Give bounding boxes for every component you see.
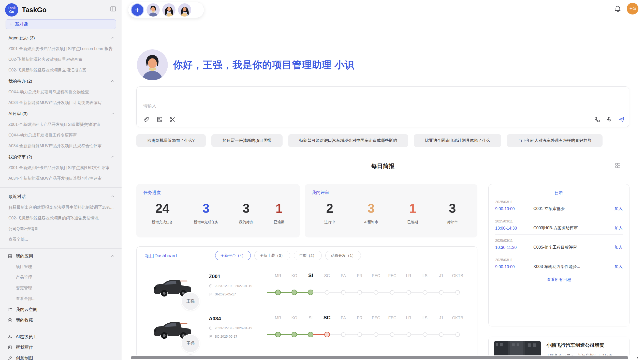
chevron-up-icon [110, 79, 115, 83]
dashboard-filter-tab[interactable]: 全新平台（4） [215, 251, 251, 260]
agent-avatar-2[interactable] [162, 3, 175, 17]
milestone-label: KO [291, 316, 297, 320]
view-all-chats-link[interactable]: 查看全部... [0, 234, 122, 245]
sidebar-item[interactable]: A034-全新新能源MUV产品开发项目造型可行性评审 [0, 173, 122, 184]
sidebar-section-header[interactable]: 我的待办 (2) [0, 76, 122, 87]
schedule-name: C005-整车工程目标评审 [533, 245, 612, 250]
milestone-dot [324, 332, 330, 337]
phone-icon[interactable] [594, 116, 601, 123]
sidebar-item[interactable]: Z001-全新燃油轻卡产品开发项目SI节点属性5D文件评审 [0, 162, 122, 173]
milestone-dot [275, 290, 281, 295]
stat-value: 3 [202, 201, 210, 216]
sidebar-tool[interactable]: 帮我写作 [0, 342, 122, 353]
recent-chat-item[interactable]: C02-飞腾新能源轻客改款项目的闭环通告反馈情况 [0, 213, 122, 223]
schedule-item: 2025/03/119:00-10:00X003-车辆动力学性能验...加入 [495, 254, 623, 273]
view-all-apps-link[interactable]: 查看全部... [0, 293, 122, 304]
stat-value: 3 [243, 201, 250, 216]
milestone-dot [455, 332, 460, 337]
sidebar-link[interactable]: 我的云空间 [0, 304, 122, 315]
layout-grid-icon[interactable] [614, 162, 621, 169]
join-link[interactable]: 加入 [614, 226, 623, 231]
recent-chat-item[interactable]: 解释最新出台的欧盟报废车法规再生塑料比例被调至15%... [0, 202, 122, 213]
send-icon[interactable] [618, 116, 625, 123]
date-range: 2023-12-19 ~ 2027-01-19 [215, 284, 252, 288]
recent-chat-item[interactable]: 公司Q3轻卡销量 [0, 223, 122, 234]
chevron-up-icon [110, 36, 115, 40]
attachment-icon[interactable] [143, 116, 150, 123]
sidebar-tool[interactable]: AI超级员工 [0, 331, 122, 342]
project-owner-badge: 王强 [181, 334, 200, 353]
view-all-schedule-link[interactable]: 查看所有日程 [495, 277, 623, 282]
app-item[interactable]: 产品管理 [0, 272, 122, 283]
project-dates: 2023-12-19 ~ 2026-01-19 [209, 326, 252, 330]
sidebar-section-header[interactable]: Agent已办 (3) [0, 32, 122, 43]
agent-avatar-1[interactable] [147, 3, 160, 17]
sidebar-item[interactable]: C0X4-动力总成开发项目SI里程碑提交物检查 [0, 87, 122, 97]
sidebar-item[interactable]: Z001-全新燃油轻卡产品开发项目SI造型提交物评审 [0, 119, 122, 130]
suggestion-chip[interactable]: 比亚迪全固态电池计划具体说了什么 [414, 134, 501, 147]
sidebar-item[interactable]: C02-飞腾新能源轻客改款项目里程碑画布 [0, 54, 122, 65]
clock-icon [209, 326, 213, 330]
stat-block: 24新增完成任务 [152, 201, 173, 224]
join-link[interactable]: 加入 [614, 206, 623, 212]
join-link[interactable]: 加入 [614, 264, 623, 269]
flag-icon [209, 335, 213, 338]
image-doc-icon [8, 345, 12, 350]
add-session-button[interactable] [131, 3, 144, 17]
project-row[interactable]: 王强Z0012023-12-19 ~ 2027-01-19SI-2025-05-… [137, 270, 477, 310]
suggestion-chip[interactable]: 特朗普可能对进口汽车增税会对中国车企造成哪些影响 [288, 134, 408, 147]
schedule-date: 2025/03/11 [495, 238, 623, 243]
milestone-label: PEC [372, 316, 380, 320]
sidebar-section-header[interactable]: AI评审 (3) [0, 108, 122, 119]
sidebar-section-header[interactable]: 我的评审 (2) [0, 151, 122, 162]
milestone-dot [455, 290, 460, 295]
app-item[interactable]: 项目管理 [0, 261, 122, 272]
daily-briefing-title: 每日简报 [122, 162, 644, 170]
dashboard-filter-tab[interactable]: 年型（2） [294, 251, 322, 260]
project-row[interactable]: 王强A0342023-12-19 ~ 2026-01-19SC-2025-05-… [137, 312, 477, 352]
notification-bell-icon[interactable] [614, 5, 622, 12]
project-code: Z001 [209, 274, 252, 279]
sidebar-tool[interactable]: 创意制图 [0, 353, 122, 360]
sidebar-item[interactable]: C02-飞腾新能源轻客改款项目立项汇报方案 [0, 65, 122, 76]
stat-label: 已逾期 [274, 220, 285, 224]
milestone-label: SI [308, 273, 313, 278]
suggestion-chip[interactable]: 当下年轻人对汽车外观有怎样的喜好趋势 [507, 134, 603, 147]
milestone-label: MR [275, 316, 281, 320]
my-apps-header[interactable]: 我的应用 [0, 251, 122, 261]
dashboard-filter-tab[interactable]: 动总开发（1） [325, 251, 361, 260]
dashboard-filter-tab[interactable]: 全新上装（3） [254, 251, 290, 260]
user-avatar[interactable]: 王强 [627, 3, 638, 14]
sidebar-link[interactable]: 我的收藏 [0, 315, 122, 325]
milestone-label: PEC [372, 274, 380, 278]
scissors-icon[interactable] [169, 116, 176, 123]
milestone-dot [341, 290, 346, 295]
image-icon[interactable] [156, 116, 163, 123]
scrollbar-right-arrow[interactable] [636, 356, 639, 359]
microphone-icon[interactable] [606, 116, 612, 123]
milestone-label: OKTB [452, 274, 463, 278]
milestone-label: PR [357, 316, 362, 320]
sidebar-item[interactable]: Z001-全新燃油皮卡产品开发项目SI节点Lesson Learn报告 [0, 43, 122, 54]
session-switcher [128, 2, 204, 18]
schedule-title: 日程 [495, 190, 623, 196]
pen-icon [8, 356, 12, 360]
sidebar-item[interactable]: A034-全新新能源MUV产品开发项目法规符合性评审 [0, 141, 122, 151]
milestone-dot [390, 290, 394, 295]
new-chat-button[interactable]: + 新对话 [6, 19, 116, 29]
chat-input[interactable]: 请输入... [136, 86, 629, 127]
recent-chats-header[interactable]: 最近对话 [0, 191, 122, 202]
news-title: 小鹏飞行汽车制造公司增资 [546, 342, 624, 349]
collapse-sidebar-icon[interactable] [110, 6, 116, 12]
sidebar-item[interactable]: A034-全新新能源MUV产品开发项目计划变更表编写 [0, 97, 122, 108]
agent-avatar-3[interactable] [178, 3, 191, 17]
my-review-card: 我的评审 2进行中3AI预评审1已逾期3待评审 [305, 184, 477, 237]
suggestion-chip[interactable]: 欧洲新规最近颁布了什么? [136, 134, 206, 147]
suggestion-chip[interactable]: 如何写一份清晰的项目周报 [211, 134, 283, 147]
logo-text-top: Task [8, 6, 16, 10]
join-link[interactable]: 加入 [614, 245, 623, 250]
sidebar-item[interactable]: C0X4-动力总成开发项目工程变更评审 [0, 130, 122, 141]
app-item[interactable]: 变更管理 [0, 283, 122, 293]
scrollbar-thumb[interactable] [131, 356, 628, 359]
schedule-card: 日程 2025/03/119:00-10:00C001-立项审批会加入2025/… [488, 184, 630, 326]
